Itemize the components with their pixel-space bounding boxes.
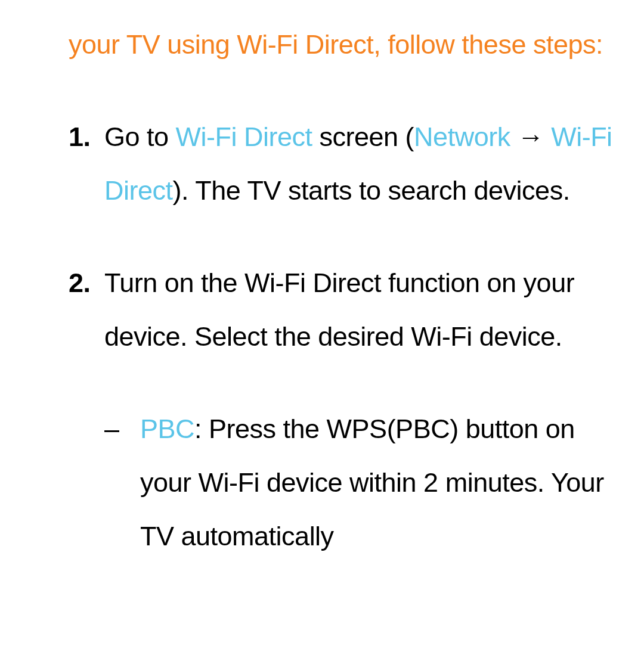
document-body: your TV using Wi-Fi Direct, follow these… — [0, 0, 644, 563]
highlight-pbc: PBC — [140, 414, 194, 444]
intro-text: your TV using Wi-Fi Direct, follow these… — [69, 18, 614, 72]
highlight-network: Network — [414, 122, 510, 152]
step-number: 2. — [69, 256, 91, 310]
sub-text: PBC: Press the WPS(PBC) button on your W… — [140, 414, 604, 551]
dash-icon: – — [104, 402, 119, 456]
step-text: Go to Wi-Fi Direct screen (Network → Wi-… — [104, 122, 612, 206]
sub-item-pbc: – PBC: Press the WPS(PBC) button on your… — [69, 402, 614, 563]
highlight-wifi-direct: Wi-Fi Direct — [176, 122, 312, 152]
step-2: 2. Turn on the Wi-Fi Direct function on … — [69, 256, 614, 364]
step-1: 1. Go to Wi-Fi Direct screen (Network → … — [69, 110, 614, 218]
step-number: 1. — [69, 110, 91, 164]
step-text: Turn on the Wi-Fi Direct function on you… — [104, 268, 574, 352]
